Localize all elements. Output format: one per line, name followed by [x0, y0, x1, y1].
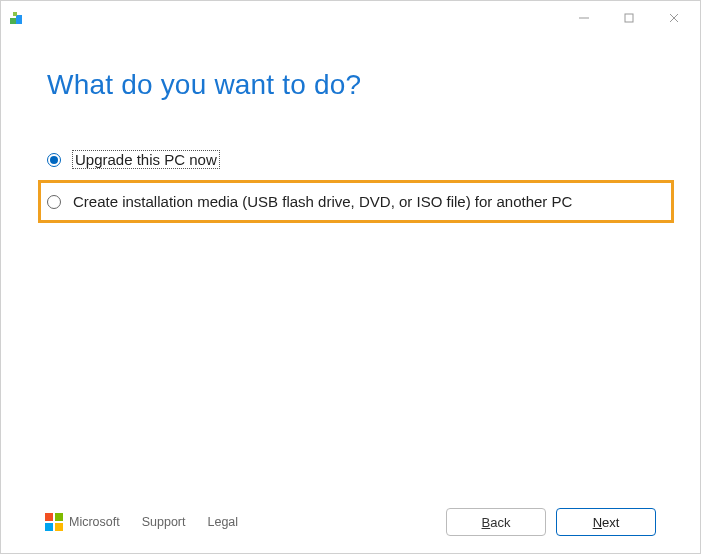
close-button[interactable]: [651, 3, 696, 33]
microsoft-logo-icon: [45, 513, 63, 531]
legal-link[interactable]: Legal: [207, 515, 238, 529]
titlebar: [1, 1, 700, 35]
svg-rect-0: [10, 18, 16, 24]
footer: Microsoft Support Legal Back Next: [1, 491, 700, 553]
radio-create-media[interactable]: Create installation media (USB flash dri…: [47, 189, 665, 214]
radio-media-label: Create installation media (USB flash dri…: [73, 193, 572, 210]
radio-unchecked-icon: [47, 195, 61, 209]
highlight-box: Create installation media (USB flash dri…: [38, 180, 674, 223]
svg-rect-2: [13, 12, 17, 16]
radio-upgrade-now[interactable]: Upgrade this PC now: [47, 147, 654, 172]
page-title: What do you want to do?: [47, 69, 654, 101]
minimize-button[interactable]: [561, 3, 606, 33]
microsoft-label: Microsoft: [69, 515, 120, 529]
back-button[interactable]: Back: [446, 508, 546, 536]
content-area: What do you want to do? Upgrade this PC …: [1, 35, 700, 223]
radio-upgrade-label: Upgrade this PC now: [73, 151, 219, 168]
app-icon: [9, 10, 25, 26]
support-link[interactable]: Support: [142, 515, 186, 529]
svg-rect-4: [625, 14, 633, 22]
microsoft-brand: Microsoft: [45, 513, 120, 531]
next-button[interactable]: Next: [556, 508, 656, 536]
radio-checked-icon: [47, 153, 61, 167]
svg-rect-1: [16, 15, 22, 24]
maximize-button[interactable]: [606, 3, 651, 33]
